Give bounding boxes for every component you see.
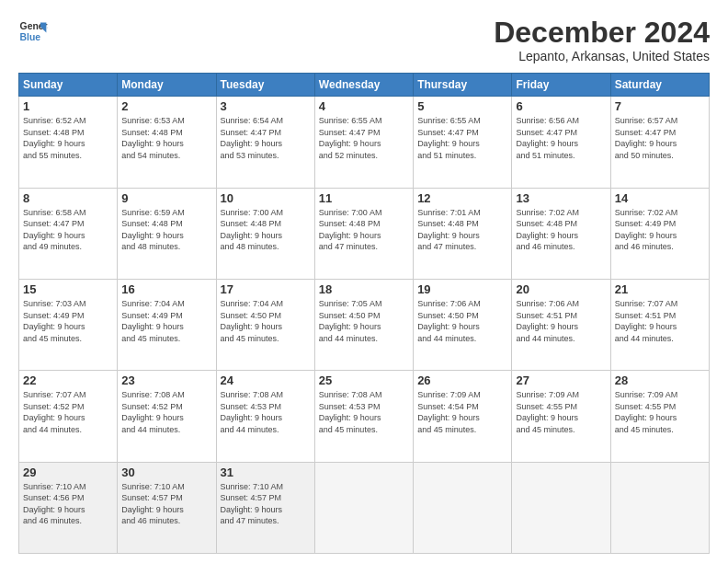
day-number: 4 [319,99,409,113]
calendar-cell: 9Sunrise: 6:59 AM Sunset: 4:48 PM Daylig… [118,188,216,279]
calendar-cell: 30Sunrise: 7:10 AM Sunset: 4:57 PM Dayli… [118,462,216,553]
day-number: 23 [121,373,211,387]
calendar-cell [414,462,512,553]
day-info: Sunrise: 7:05 AM Sunset: 4:50 PM Dayligh… [319,298,409,344]
day-info: Sunrise: 7:09 AM Sunset: 4:55 PM Dayligh… [516,389,606,435]
calendar-cell: 20Sunrise: 7:06 AM Sunset: 4:51 PM Dayli… [512,279,610,370]
calendar-cell: 6Sunrise: 6:56 AM Sunset: 4:47 PM Daylig… [512,97,610,188]
day-number: 27 [516,373,606,387]
day-info: Sunrise: 7:00 AM Sunset: 4:48 PM Dayligh… [319,207,409,253]
day-info: Sunrise: 6:58 AM Sunset: 4:47 PM Dayligh… [23,207,113,253]
calendar-cell: 1Sunrise: 6:52 AM Sunset: 4:48 PM Daylig… [19,97,118,188]
day-of-week-header: Friday [512,74,610,97]
calendar-cell: 27Sunrise: 7:09 AM Sunset: 4:55 PM Dayli… [512,371,610,462]
day-number: 12 [417,191,507,205]
calendar-week-row: 8Sunrise: 6:58 AM Sunset: 4:47 PM Daylig… [19,188,710,279]
general-blue-logo-icon: General Blue [18,17,48,46]
calendar-table: SundayMondayTuesdayWednesdayThursdayFrid… [18,73,710,554]
day-info: Sunrise: 7:06 AM Sunset: 4:51 PM Dayligh… [516,298,606,344]
day-number: 31 [221,465,311,479]
day-number: 13 [516,191,606,205]
day-info: Sunrise: 7:10 AM Sunset: 4:57 PM Dayligh… [221,481,311,527]
day-number: 6 [516,99,606,113]
calendar-cell: 24Sunrise: 7:08 AM Sunset: 4:53 PM Dayli… [216,371,314,462]
day-number: 17 [221,282,311,296]
day-number: 19 [417,282,507,296]
day-info: Sunrise: 7:07 AM Sunset: 4:51 PM Dayligh… [615,298,705,344]
day-info: Sunrise: 6:59 AM Sunset: 4:48 PM Dayligh… [121,207,211,253]
calendar-cell [512,462,610,553]
day-info: Sunrise: 7:07 AM Sunset: 4:52 PM Dayligh… [23,389,113,435]
calendar-cell: 17Sunrise: 7:04 AM Sunset: 4:50 PM Dayli… [216,279,314,370]
calendar-cell: 3Sunrise: 6:54 AM Sunset: 4:47 PM Daylig… [216,97,314,188]
day-info: Sunrise: 7:10 AM Sunset: 4:56 PM Dayligh… [23,481,113,527]
day-number: 10 [221,191,311,205]
calendar-cell [610,462,709,553]
day-number: 29 [23,465,113,479]
day-info: Sunrise: 7:08 AM Sunset: 4:52 PM Dayligh… [121,389,211,435]
day-of-week-header: Wednesday [314,74,413,97]
calendar-cell: 28Sunrise: 7:09 AM Sunset: 4:55 PM Dayli… [610,371,709,462]
day-info: Sunrise: 7:08 AM Sunset: 4:53 PM Dayligh… [319,389,409,435]
day-of-week-header: Saturday [610,74,709,97]
day-info: Sunrise: 7:09 AM Sunset: 4:55 PM Dayligh… [615,389,705,435]
day-info: Sunrise: 7:01 AM Sunset: 4:48 PM Dayligh… [417,207,507,253]
calendar-cell: 21Sunrise: 7:07 AM Sunset: 4:51 PM Dayli… [610,279,709,370]
day-info: Sunrise: 7:03 AM Sunset: 4:49 PM Dayligh… [23,298,113,344]
calendar-header: SundayMondayTuesdayWednesdayThursdayFrid… [19,74,710,97]
calendar-page: General Blue December 2024 Lepanto, Arka… [0,0,728,563]
day-number: 5 [417,99,507,113]
day-info: Sunrise: 6:52 AM Sunset: 4:48 PM Dayligh… [23,115,113,161]
day-info: Sunrise: 7:02 AM Sunset: 4:48 PM Dayligh… [516,207,606,253]
calendar-cell: 12Sunrise: 7:01 AM Sunset: 4:48 PM Dayli… [414,188,512,279]
day-number: 21 [615,282,705,296]
day-number: 11 [319,191,409,205]
calendar-week-row: 22Sunrise: 7:07 AM Sunset: 4:52 PM Dayli… [19,371,710,462]
calendar-cell: 4Sunrise: 6:55 AM Sunset: 4:47 PM Daylig… [314,97,413,188]
calendar-week-row: 15Sunrise: 7:03 AM Sunset: 4:49 PM Dayli… [19,279,710,370]
day-info: Sunrise: 7:00 AM Sunset: 4:48 PM Dayligh… [221,207,311,253]
calendar-cell: 23Sunrise: 7:08 AM Sunset: 4:52 PM Dayli… [118,371,216,462]
calendar-cell: 7Sunrise: 6:57 AM Sunset: 4:47 PM Daylig… [610,97,709,188]
day-of-week-header: Sunday [19,74,118,97]
calendar-body: 1Sunrise: 6:52 AM Sunset: 4:48 PM Daylig… [19,97,710,554]
calendar-cell: 26Sunrise: 7:09 AM Sunset: 4:54 PM Dayli… [414,371,512,462]
day-of-week-header: Monday [118,74,216,97]
month-title: December 2024 [494,17,710,49]
calendar-cell: 13Sunrise: 7:02 AM Sunset: 4:48 PM Dayli… [512,188,610,279]
svg-text:Blue: Blue [20,32,41,42]
header: General Blue December 2024 Lepanto, Arka… [18,17,710,63]
day-number: 26 [417,373,507,387]
day-info: Sunrise: 7:04 AM Sunset: 4:49 PM Dayligh… [121,298,211,344]
calendar-cell: 14Sunrise: 7:02 AM Sunset: 4:49 PM Dayli… [610,188,709,279]
calendar-cell: 16Sunrise: 7:04 AM Sunset: 4:49 PM Dayli… [118,279,216,370]
day-info: Sunrise: 7:10 AM Sunset: 4:57 PM Dayligh… [121,481,211,527]
days-of-week-row: SundayMondayTuesdayWednesdayThursdayFrid… [19,74,710,97]
day-info: Sunrise: 7:04 AM Sunset: 4:50 PM Dayligh… [221,298,311,344]
calendar-cell: 8Sunrise: 6:58 AM Sunset: 4:47 PM Daylig… [19,188,118,279]
day-number: 16 [121,282,211,296]
day-info: Sunrise: 6:55 AM Sunset: 4:47 PM Dayligh… [319,115,409,161]
day-number: 2 [121,99,211,113]
day-info: Sunrise: 6:56 AM Sunset: 4:47 PM Dayligh… [516,115,606,161]
calendar-cell: 18Sunrise: 7:05 AM Sunset: 4:50 PM Dayli… [314,279,413,370]
day-number: 3 [221,99,311,113]
day-number: 14 [615,191,705,205]
day-info: Sunrise: 6:57 AM Sunset: 4:47 PM Dayligh… [615,115,705,161]
calendar-cell: 15Sunrise: 7:03 AM Sunset: 4:49 PM Dayli… [19,279,118,370]
day-number: 1 [23,99,113,113]
day-of-week-header: Tuesday [216,74,314,97]
calendar-cell: 2Sunrise: 6:53 AM Sunset: 4:48 PM Daylig… [118,97,216,188]
day-number: 7 [615,99,705,113]
calendar-week-row: 1Sunrise: 6:52 AM Sunset: 4:48 PM Daylig… [19,97,710,188]
calendar-week-row: 29Sunrise: 7:10 AM Sunset: 4:56 PM Dayli… [19,462,710,553]
day-info: Sunrise: 7:08 AM Sunset: 4:53 PM Dayligh… [221,389,311,435]
calendar-cell: 22Sunrise: 7:07 AM Sunset: 4:52 PM Dayli… [19,371,118,462]
title-block: December 2024 Lepanto, Arkansas, United … [494,17,710,63]
day-number: 25 [319,373,409,387]
calendar-cell: 19Sunrise: 7:06 AM Sunset: 4:50 PM Dayli… [414,279,512,370]
day-info: Sunrise: 7:09 AM Sunset: 4:54 PM Dayligh… [417,389,507,435]
day-number: 30 [121,465,211,479]
calendar-cell: 29Sunrise: 7:10 AM Sunset: 4:56 PM Dayli… [19,462,118,553]
day-number: 22 [23,373,113,387]
